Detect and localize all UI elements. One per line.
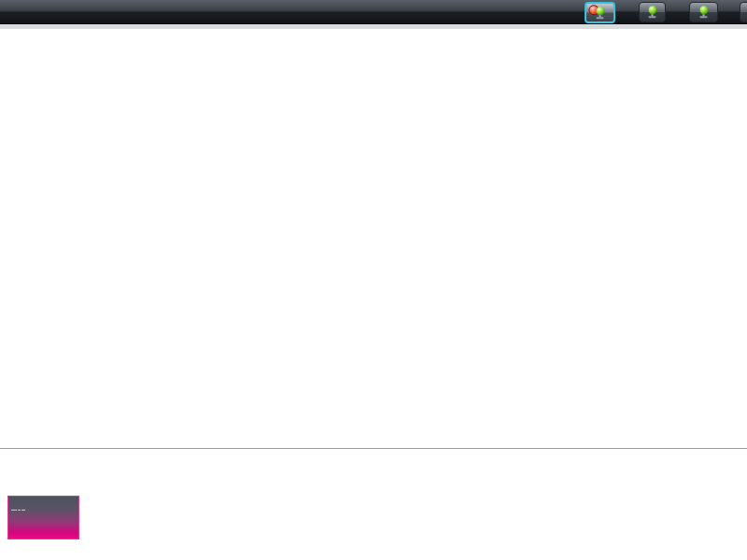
dotted-line-icon bbox=[11, 510, 25, 511]
display-orb-icon bbox=[645, 6, 659, 18]
display-orb-icon bbox=[593, 7, 607, 19]
measure-table bbox=[0, 446, 747, 496]
measure-row-labels bbox=[0, 453, 75, 492]
menu-bar bbox=[0, 0, 747, 24]
timer-display-button[interactable] bbox=[585, 2, 615, 23]
display-orb-icon bbox=[697, 6, 711, 18]
channel-c2-descriptor-box[interactable] bbox=[7, 496, 79, 539]
display-button[interactable] bbox=[639, 2, 666, 22]
lecroy-scope-screen: { "menu": { "items": ["File","Vertical",… bbox=[0, 0, 747, 560]
waveform-grid[interactable] bbox=[12, 29, 743, 452]
status-row-label bbox=[7, 479, 75, 492]
scope-display[interactable] bbox=[12, 29, 743, 452]
display-1-button[interactable] bbox=[689, 2, 718, 22]
clipped-toolbar-button[interactable] bbox=[740, 2, 747, 22]
measure-table-columns bbox=[75, 453, 738, 492]
measure-set-label bbox=[7, 453, 75, 466]
value-row-label bbox=[7, 466, 75, 479]
